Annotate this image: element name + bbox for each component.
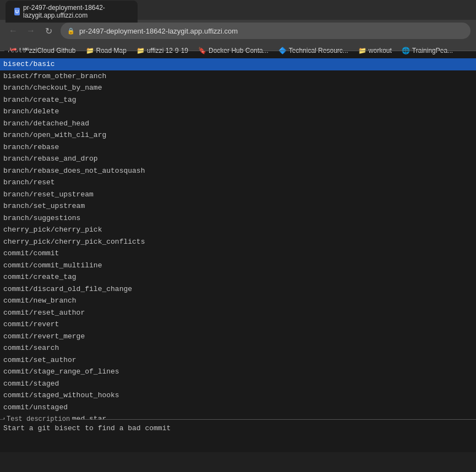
test-item[interactable]: commit/search [0, 342, 476, 354]
address-text: pr-2497-deployment-18642-lazygit.app.uff… [79, 27, 464, 35]
test-item[interactable]: branch/reset_upstream [0, 189, 476, 201]
tests-section: Tests bisect/basicbisect/from_other_bran… [0, 51, 476, 419]
test-item[interactable]: commit/set_author [0, 354, 476, 366]
test-item[interactable]: commit/staged [0, 378, 476, 390]
test-item[interactable]: branch/rebase_and_drop [0, 153, 476, 165]
test-item[interactable]: bisect/from_other_branch [0, 70, 476, 83]
lock-icon: 🔒 [67, 28, 75, 35]
browser-toolbar: ← → ↻ 🔒 pr-2497-deployment-18642-lazygit… [0, 20, 476, 42]
test-item[interactable]: commit/commit_multiline [0, 260, 476, 272]
reload-button[interactable]: ↻ [41, 23, 56, 39]
browser-tab[interactable]: U pr-2497-deployment-18642-lazygit.app.u… [6, 1, 138, 23]
test-item[interactable]: commit/unstaged [0, 402, 476, 414]
test-item[interactable]: commit/new_branch [0, 295, 476, 307]
tab-bar: U pr-2497-deployment-18642-lazygit.app.u… [0, 0, 476, 20]
tests-list[interactable]: bisect/basicbisect/from_other_branchbran… [0, 58, 476, 419]
test-item[interactable]: commit/create_tag [0, 271, 476, 283]
test-item[interactable]: commit/commit [0, 248, 476, 260]
back-button[interactable]: ← [6, 23, 21, 39]
forward-button[interactable]: → [23, 23, 39, 39]
test-item[interactable]: commit/discard_old_file_change [0, 283, 476, 295]
test-item[interactable]: branch/set_upstream [0, 200, 476, 212]
description-section-label: Test description [4, 415, 72, 423]
tab-favicon: U [14, 8, 20, 15]
tests-section-header: Tests [0, 51, 476, 57]
test-item[interactable]: cherry_pick/cherry_pick_conflicts [0, 236, 476, 248]
nav-buttons: ← → ↻ [6, 23, 56, 39]
address-bar[interactable]: 🔒 pr-2497-deployment-18642-lazygit.app.u… [61, 23, 470, 39]
test-item[interactable]: branch/suggestions [0, 212, 476, 224]
test-item[interactable]: commit/staged_without_hooks [0, 389, 476, 402]
description-section: Test description Start a git bisect to f… [0, 419, 476, 452]
test-item[interactable]: branch/rebase [0, 141, 476, 153]
test-item[interactable]: branch/reset [0, 177, 476, 189]
test-item[interactable]: commit/revert_merge [0, 331, 476, 343]
test-item[interactable]: commit/reset_author [0, 307, 476, 319]
test-item[interactable]: branch/checkout_by_name [0, 82, 476, 94]
tab-label: pr-2497-deployment-18642-lazygit.app.uff… [23, 4, 129, 19]
tests-section-label: Tests [4, 51, 29, 54]
test-item[interactable]: commit/stage_range_of_lines [0, 366, 476, 378]
test-item[interactable]: branch/rebase_does_not_autosquash [0, 165, 476, 177]
test-item[interactable]: branch/detached_head [0, 118, 476, 130]
browser-chrome: U pr-2497-deployment-18642-lazygit.app.u… [0, 0, 476, 51]
test-item[interactable]: branch/create_tag [0, 94, 476, 106]
test-item[interactable]: cherry_pick/cherry_pick [0, 224, 476, 236]
test-item[interactable]: bisect/basic [0, 58, 476, 70]
test-item[interactable]: commit/revert [0, 319, 476, 331]
main-content: Tests bisect/basicbisect/from_other_bran… [0, 51, 476, 452]
test-item[interactable]: branch/open_with_cli_arg [0, 129, 476, 141]
test-item[interactable]: branch/delete [0, 106, 476, 118]
